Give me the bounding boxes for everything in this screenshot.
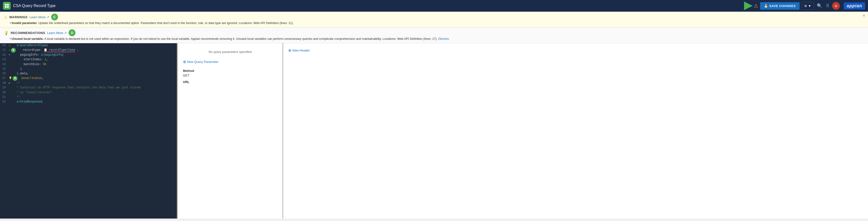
app-logo (3, 2, 11, 10)
right-panel: ⊕ New Header (283, 43, 868, 219)
code-line-16: 16 ).data, (0, 72, 177, 76)
main-content: 10 ⚠ a!queryRecordType( 11 ⚠B recordtype… (0, 43, 868, 219)
code-line-18: 18 ▶ /* (0, 81, 177, 85)
plus-circle-header-icon: ⊕ (288, 48, 291, 53)
grid-icon: ⠿ (826, 3, 829, 8)
search-button[interactable]: 🔍 (816, 2, 823, 9)
middle-panel: No query parameters specified ⊕ New Quer… (178, 43, 282, 219)
save-icon: 💾 (764, 4, 768, 8)
method-section: Method GET URL (183, 69, 277, 84)
code-line-14: 14 batchSize: 50 (0, 62, 177, 67)
code-line-11: 11 ⚠B recordtype: 📋 recordType!Case , (0, 48, 177, 53)
navbar-right-icons: ⚠ 💾 SAVE CHANGES ⚙ ▼ 🔍 ⠿ U appian (744, 1, 865, 10)
warning-message: • Invalid parameter. Update the underlin… (4, 21, 864, 25)
warnings-learn-more-link[interactable]: Learn More ↗ (30, 15, 49, 19)
settings-button[interactable]: ⚙ ▼ (802, 2, 814, 10)
bulb-icon: 💡 (4, 31, 9, 35)
new-query-parameter-link[interactable]: ⊕ New Query Parameter (183, 59, 277, 64)
recommendations-label: RECOMMENDATIONS (11, 31, 45, 35)
method-label: Method (183, 69, 277, 73)
new-header-link[interactable]: ⊕ New Header (288, 48, 863, 53)
code-line-12: 12 ▼ pagingInfo: a!pagingInfo( (0, 53, 177, 57)
user-avatar[interactable]: U (832, 2, 840, 10)
code-line-22: 22 a!httpResponse( (0, 100, 177, 104)
warnings-close-button[interactable]: × (863, 13, 865, 18)
code-line-19: 19 * Construct an HTTP response that con… (0, 85, 177, 90)
svg-rect-2 (5, 6, 6, 8)
method-value: GET (183, 74, 277, 77)
code-line-20: 20 * in "local!records". (0, 90, 177, 95)
code-line-15: 15 ) (0, 67, 177, 72)
no-params-text: No query parameters specified (183, 50, 277, 54)
indicator-b-line17: B (12, 76, 18, 81)
warnings-label: WARNINGS (9, 15, 28, 19)
code-editor[interactable]: 10 ⚠ a!queryRecordType( 11 ⚠B recordtype… (0, 43, 177, 219)
grid-button[interactable]: ⠿ (825, 2, 830, 9)
indicator-c: C (51, 13, 58, 20)
plus-circle-icon: ⊕ (183, 59, 186, 64)
appian-logo: appian (844, 2, 865, 9)
code-line-21: 21 */ (0, 95, 177, 100)
gear-icon: ⚙ (804, 4, 807, 8)
warn-icon-10: ⚠ (9, 43, 13, 48)
svg-rect-0 (5, 4, 6, 6)
indicator-b-line11: B (11, 48, 16, 53)
url-label: URL (183, 80, 277, 84)
search-icon: 🔍 (817, 3, 822, 8)
code-line-13: 13 startIndex: 1, (0, 57, 177, 62)
navbar: CSA Query Record Type ⚠ 💾 SAVE CHANGES ⚙… (0, 0, 868, 12)
code-line-17: 17 💡B local!status, (0, 76, 177, 81)
recommendations-learn-more-link[interactable]: Learn More ↗ (47, 31, 67, 35)
warnings-banner: ⚠ WARNINGS Learn More ↗ C • Invalid para… (0, 12, 868, 27)
warning-icon: ⚠ (4, 15, 7, 20)
recommendations-banner: 💡 RECOMMENDATIONS Learn More ↗ D • Unuse… (0, 27, 868, 43)
run-icon[interactable] (744, 1, 753, 10)
page-title: CSA Query Record Type (13, 4, 742, 8)
code-line-10: 10 ⚠ a!queryRecordType( (0, 43, 177, 48)
dismiss-link[interactable]: Dismiss (438, 37, 449, 40)
svg-rect-3 (7, 6, 9, 8)
svg-rect-1 (7, 4, 9, 6)
indicator-d: D (69, 29, 75, 36)
recommendation-message: • Unused local variable. A local variabl… (4, 37, 864, 40)
warning-indicator: ⚠ (754, 3, 758, 9)
save-changes-button[interactable]: 💾 SAVE CHANGES (760, 2, 800, 10)
